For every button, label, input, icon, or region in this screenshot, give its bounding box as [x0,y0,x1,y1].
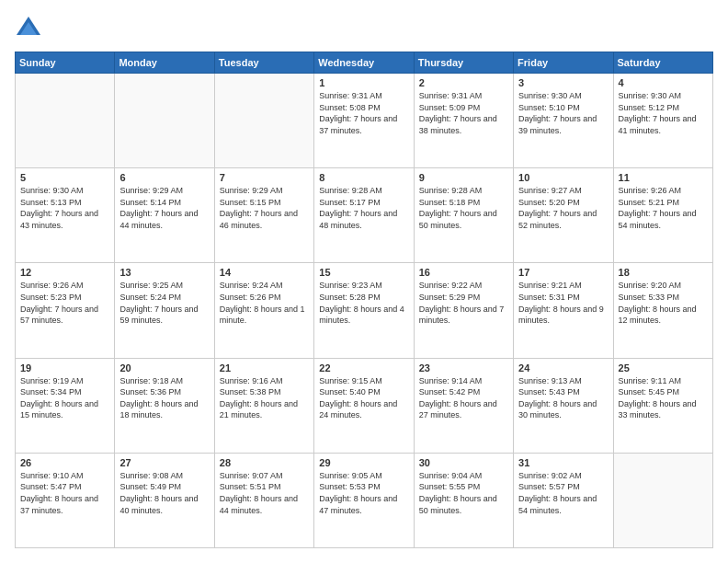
day-info: Sunrise: 9:31 AM Sunset: 5:09 PM Dayligh… [419,90,508,136]
calendar-week-3: 12Sunrise: 9:26 AM Sunset: 5:23 PM Dayli… [16,263,713,358]
day-info: Sunrise: 9:26 AM Sunset: 5:23 PM Dayligh… [20,280,109,326]
day-number: 8 [319,172,408,183]
calendar-cell [115,74,214,168]
day-info: Sunrise: 9:04 AM Sunset: 5:55 PM Dayligh… [419,470,508,516]
day-info: Sunrise: 9:15 AM Sunset: 5:40 PM Dayligh… [319,375,408,421]
day-number: 10 [518,172,608,183]
day-info: Sunrise: 9:24 AM Sunset: 5:26 PM Dayligh… [220,280,309,326]
weekday-header-thursday: Thursday [414,52,513,74]
weekday-header-wednesday: Wednesday [314,52,414,74]
calendar-table: SundayMondayTuesdayWednesdayThursdayFrid… [15,52,713,548]
day-number: 23 [419,362,508,373]
calendar-cell: 28Sunrise: 9:07 AM Sunset: 5:51 PM Dayli… [214,453,313,547]
calendar-cell: 30Sunrise: 9:04 AM Sunset: 5:55 PM Dayli… [414,453,513,547]
day-number: 30 [419,457,508,468]
calendar-cell [16,74,115,168]
calendar-cell: 18Sunrise: 9:20 AM Sunset: 5:33 PM Dayli… [613,263,712,358]
calendar-cell: 12Sunrise: 9:26 AM Sunset: 5:23 PM Dayli… [16,263,115,358]
calendar-cell: 1Sunrise: 9:31 AM Sunset: 5:08 PM Daylig… [314,74,414,168]
day-number: 19 [20,362,109,373]
day-info: Sunrise: 9:25 AM Sunset: 5:24 PM Dayligh… [119,280,209,326]
calendar-cell: 10Sunrise: 9:27 AM Sunset: 5:20 PM Dayli… [514,168,613,263]
calendar-cell: 31Sunrise: 9:02 AM Sunset: 5:57 PM Dayli… [514,453,613,547]
logo-icon [15,15,42,42]
day-info: Sunrise: 9:07 AM Sunset: 5:51 PM Dayligh… [220,470,309,516]
day-info: Sunrise: 9:14 AM Sunset: 5:42 PM Dayligh… [419,375,508,421]
logo [15,15,46,42]
calendar-cell [214,74,313,168]
calendar-cell: 29Sunrise: 9:05 AM Sunset: 5:53 PM Dayli… [314,453,414,547]
day-info: Sunrise: 9:26 AM Sunset: 5:21 PM Dayligh… [619,185,708,231]
weekday-header-row: SundayMondayTuesdayWednesdayThursdayFrid… [16,52,713,74]
day-number: 14 [220,267,309,278]
day-number: 18 [619,267,708,278]
calendar-cell: 6Sunrise: 9:29 AM Sunset: 5:14 PM Daylig… [115,168,214,263]
calendar-header: SundayMondayTuesdayWednesdayThursdayFrid… [16,52,713,74]
calendar-body: 1Sunrise: 9:31 AM Sunset: 5:08 PM Daylig… [16,74,713,548]
day-number: 21 [220,362,309,373]
day-number: 12 [20,267,109,278]
day-info: Sunrise: 9:19 AM Sunset: 5:34 PM Dayligh… [20,375,109,421]
day-number: 20 [119,362,209,373]
day-info: Sunrise: 9:22 AM Sunset: 5:29 PM Dayligh… [419,280,508,326]
day-number: 1 [319,77,408,88]
calendar-cell: 20Sunrise: 9:18 AM Sunset: 5:36 PM Dayli… [115,358,214,453]
calendar-cell: 15Sunrise: 9:23 AM Sunset: 5:28 PM Dayli… [314,263,414,358]
day-info: Sunrise: 9:23 AM Sunset: 5:28 PM Dayligh… [319,280,408,326]
day-number: 11 [619,172,708,183]
calendar-week-1: 1Sunrise: 9:31 AM Sunset: 5:08 PM Daylig… [16,74,713,168]
weekday-header-friday: Friday [514,52,613,74]
day-number: 25 [619,362,708,373]
day-number: 24 [518,362,608,373]
day-number: 22 [319,362,408,373]
day-number: 28 [220,457,309,468]
calendar-week-4: 19Sunrise: 9:19 AM Sunset: 5:34 PM Dayli… [16,358,713,453]
day-number: 29 [319,457,408,468]
weekday-header-monday: Monday [115,52,214,74]
calendar-cell: 13Sunrise: 9:25 AM Sunset: 5:24 PM Dayli… [115,263,214,358]
header [15,15,713,42]
day-info: Sunrise: 9:30 AM Sunset: 5:10 PM Dayligh… [518,90,608,136]
day-info: Sunrise: 9:11 AM Sunset: 5:45 PM Dayligh… [619,375,708,421]
day-number: 5 [20,172,109,183]
day-number: 17 [518,267,608,278]
day-info: Sunrise: 9:13 AM Sunset: 5:43 PM Dayligh… [518,375,608,421]
page: SundayMondayTuesdayWednesdayThursdayFrid… [0,0,728,563]
calendar-week-2: 5Sunrise: 9:30 AM Sunset: 5:13 PM Daylig… [16,168,713,263]
day-info: Sunrise: 9:02 AM Sunset: 5:57 PM Dayligh… [518,470,608,516]
weekday-header-saturday: Saturday [613,52,712,74]
day-number: 16 [419,267,508,278]
calendar-cell: 9Sunrise: 9:28 AM Sunset: 5:18 PM Daylig… [414,168,513,263]
calendar-cell [613,453,712,547]
calendar-cell: 21Sunrise: 9:16 AM Sunset: 5:38 PM Dayli… [214,358,313,453]
calendar-cell: 7Sunrise: 9:29 AM Sunset: 5:15 PM Daylig… [214,168,313,263]
calendar-cell: 4Sunrise: 9:30 AM Sunset: 5:12 PM Daylig… [613,74,712,168]
calendar-cell: 11Sunrise: 9:26 AM Sunset: 5:21 PM Dayli… [613,168,712,263]
day-info: Sunrise: 9:28 AM Sunset: 5:17 PM Dayligh… [319,185,408,231]
day-info: Sunrise: 9:29 AM Sunset: 5:14 PM Dayligh… [119,185,209,231]
calendar-cell: 26Sunrise: 9:10 AM Sunset: 5:47 PM Dayli… [16,453,115,547]
day-info: Sunrise: 9:30 AM Sunset: 5:13 PM Dayligh… [20,185,109,231]
day-info: Sunrise: 9:31 AM Sunset: 5:08 PM Dayligh… [319,90,408,136]
day-info: Sunrise: 9:20 AM Sunset: 5:33 PM Dayligh… [619,280,708,326]
day-number: 26 [20,457,109,468]
day-info: Sunrise: 9:16 AM Sunset: 5:38 PM Dayligh… [220,375,309,421]
day-number: 2 [419,77,508,88]
day-number: 7 [220,172,309,183]
day-number: 27 [119,457,209,468]
day-info: Sunrise: 9:27 AM Sunset: 5:20 PM Dayligh… [518,185,608,231]
calendar-cell: 25Sunrise: 9:11 AM Sunset: 5:45 PM Dayli… [613,358,712,453]
calendar-cell: 16Sunrise: 9:22 AM Sunset: 5:29 PM Dayli… [414,263,513,358]
calendar-cell: 19Sunrise: 9:19 AM Sunset: 5:34 PM Dayli… [16,358,115,453]
calendar-cell: 8Sunrise: 9:28 AM Sunset: 5:17 PM Daylig… [314,168,414,263]
calendar-cell: 23Sunrise: 9:14 AM Sunset: 5:42 PM Dayli… [414,358,513,453]
day-info: Sunrise: 9:08 AM Sunset: 5:49 PM Dayligh… [119,470,209,516]
day-info: Sunrise: 9:18 AM Sunset: 5:36 PM Dayligh… [119,375,209,421]
weekday-header-tuesday: Tuesday [214,52,313,74]
calendar-cell: 3Sunrise: 9:30 AM Sunset: 5:10 PM Daylig… [514,74,613,168]
calendar-cell: 2Sunrise: 9:31 AM Sunset: 5:09 PM Daylig… [414,74,513,168]
calendar-cell: 14Sunrise: 9:24 AM Sunset: 5:26 PM Dayli… [214,263,313,358]
calendar-cell: 17Sunrise: 9:21 AM Sunset: 5:31 PM Dayli… [514,263,613,358]
calendar-cell: 22Sunrise: 9:15 AM Sunset: 5:40 PM Dayli… [314,358,414,453]
day-number: 4 [619,77,708,88]
